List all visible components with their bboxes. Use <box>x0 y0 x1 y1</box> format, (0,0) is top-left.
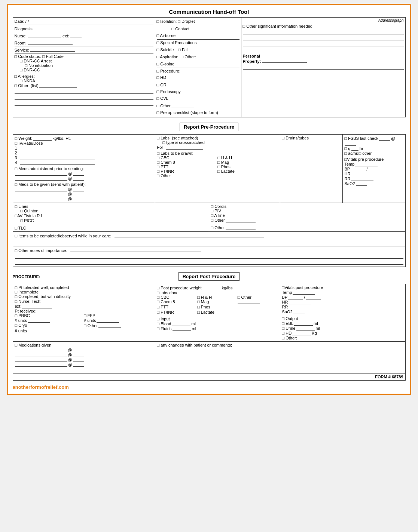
suicide: □ Suicide <box>157 47 174 52</box>
form-number: FORM # 68789 <box>375 375 403 379</box>
meds-send-at3: @ <box>15 197 153 201</box>
fluids-ml-row: □ Fluids ml <box>157 326 278 331</box>
ebl-row: □ EBL ml <box>282 321 403 326</box>
room-row: Room: <box>15 39 153 46</box>
av-fistula: □AV Fistula R L <box>15 213 207 218</box>
bp-post: BP <box>282 295 288 299</box>
sao2-pre: SaO2 <box>345 181 355 186</box>
post-weight: □ Post procedure weight <box>157 286 202 290</box>
airborne: □ Airborne <box>157 33 176 38</box>
pre-proc-header: Report Pre-Procedure <box>180 123 238 131</box>
sao2-pre-row: SaO2 <box>345 181 403 186</box>
units-cryo: # units <box>15 329 84 333</box>
main-title: Communication Hand-off Tool <box>13 9 406 15</box>
post-header-row: PROCEDURE: Report Post Procedure <box>13 271 406 282</box>
ml-blood: ml <box>191 322 196 326</box>
other-lines2: □ Other <box>211 225 225 230</box>
fsbs-row: □ FSBS last check @ <box>345 136 403 146</box>
other-post: □ Other: <box>238 295 278 299</box>
drains-tubes: □ Drains/tubes <box>282 136 341 140</box>
form-number-row: FORM # 68789 <box>13 373 405 380</box>
endoscopy-row: □ Endoscopy <box>157 89 239 95</box>
other-list-row: □ Other: (list) <box>15 83 153 88</box>
rr-post-row: RR <box>282 305 403 309</box>
weight-row: □ Weight: kg/lbs. Ht. <box>15 136 153 141</box>
meds-send: □ Meds to be given (send with patient): <box>15 182 153 187</box>
right-two-col: □ Drains/tubes □ FSBS last check @ □ q _… <box>280 135 405 203</box>
temp-post: Temp <box>282 290 292 295</box>
iv-rate-dose: □ IV/Rate/Dose <box>15 141 153 145</box>
drains-tubes-col: □ Drains/tubes <box>280 135 343 203</box>
pre-left-col: □ Weight: kg/lbs. Ht. □ IV/Rate/Dose 1 2… <box>13 135 155 203</box>
cvl-row: □ CVL <box>157 95 239 102</box>
post-proc-header: Report Post Procedure <box>179 272 240 281</box>
diagnosis-label: Diagnosis: <box>15 27 34 31</box>
room-label: Room: <box>15 41 27 45</box>
ext-label: ext: <box>15 304 22 308</box>
date-slashes: / / <box>25 19 29 24</box>
other-lines: □ Other <box>211 218 225 222</box>
fsbs: □ FSBS last check <box>345 136 378 141</box>
iv-line-1: 1 <box>15 146 153 150</box>
service-label: Service: <box>15 48 30 52</box>
other-lines2-row: □ Other <box>211 225 403 230</box>
dnrcc: □ DNR-CC <box>20 68 153 72</box>
other-labs: □ Other <box>157 173 218 178</box>
cbc-post: □ CBC <box>157 295 198 299</box>
ptinr: □ PT/INR <box>157 169 218 173</box>
post-right-col: □Vitals post procedure Temp BP / HR RR <box>280 284 405 341</box>
top-right-col: Addressograph □ Other significant inform… <box>241 18 405 117</box>
personal-property-label: PersonalProperty: <box>243 54 261 64</box>
aspiration: □ Aspiration <box>157 55 179 59</box>
suicide-fall-row: □ Suicide □ Fall <box>157 46 239 53</box>
temp-pre-row: Temp <box>345 162 403 166</box>
other-notes: □ Other notes of importance: <box>15 248 67 253</box>
allergies: □ Allergies: <box>15 74 153 79</box>
ebl: □ EBL <box>282 321 294 326</box>
website: anotherformofrelief.com <box>13 384 69 390</box>
meds-at3-row: @ <box>15 357 153 362</box>
other-list: □ Other: (list) <box>15 83 39 88</box>
footer: anotherformofrelief.com <box>13 384 406 390</box>
vitals-pre: □Vitals pre procedure <box>345 157 403 162</box>
procedure-label: PROCEDURE: <box>13 274 144 279</box>
aspiration-row: □ Aspiration □ Other: <box>157 53 239 60</box>
units-ffp: # units <box>84 318 153 323</box>
vitals-post: □Vitals post procedure <box>282 285 403 290</box>
mag: □ Mag <box>217 160 278 164</box>
addressograph: Addressograph <box>243 18 404 22</box>
ptinr-post: □ PT/INR <box>157 310 198 314</box>
meds-given: □ Medications given <box>15 343 153 347</box>
tlc: □ TLC <box>15 226 26 230</box>
hd-post: □ HD <box>282 331 292 335</box>
lactate: □ Lactate <box>217 169 278 173</box>
pre-op-row: □ Pre op checklist (staple to form) <box>157 110 239 116</box>
output-section: □ Output □ EBL ml □ Urine ml □ HD <box>282 316 403 340</box>
hd-row: □ HD <box>157 74 239 81</box>
hh-post: □ H & H <box>197 295 238 299</box>
phos-post: □ Phos <box>197 305 238 310</box>
bp-post-row: BP / <box>282 295 403 299</box>
chem8: □ Chem 8 <box>157 160 218 164</box>
temp-pre: Temp <box>345 162 355 166</box>
special-precautions: □ Special Precautions <box>157 40 197 45</box>
meds-prior-at1: @ <box>15 171 153 176</box>
blood-label: □ Blood <box>157 322 171 326</box>
urine: □ Urine <box>282 326 296 330</box>
airborne-row: □ Airborne <box>157 33 239 39</box>
iv-line-4: 4 <box>15 160 153 165</box>
hr-post-row: HR <box>282 300 403 304</box>
incomplete: □ Incomplete <box>15 290 153 294</box>
achs: □ ac/hs <box>345 151 358 156</box>
pre-op: □ Pre op checklist (staple to form) <box>157 110 218 115</box>
pre-proc-grid: □ Weight: kg/lbs. Ht. □ IV/Rate/Dose 1 2… <box>13 135 405 203</box>
iv-line-2: 2 <box>15 151 153 155</box>
lines-row: □ Lines □ Quinton □AV Fistula R L □ PICC… <box>13 203 405 232</box>
top-left-col: Date: / / Diagnosis: Nurse: ext: Room: S… <box>13 18 155 117</box>
q-hr: □ q ___ hr <box>345 146 403 151</box>
ml-urine: ml <box>316 326 320 330</box>
top-section: Date: / / Diagnosis: Nurse: ext: Room: S… <box>13 17 406 117</box>
nurse-label: Nurse: <box>15 34 27 38</box>
kg-hd: Kg <box>312 331 317 335</box>
av-fistula-label: □AV Fistula R L <box>15 213 43 218</box>
